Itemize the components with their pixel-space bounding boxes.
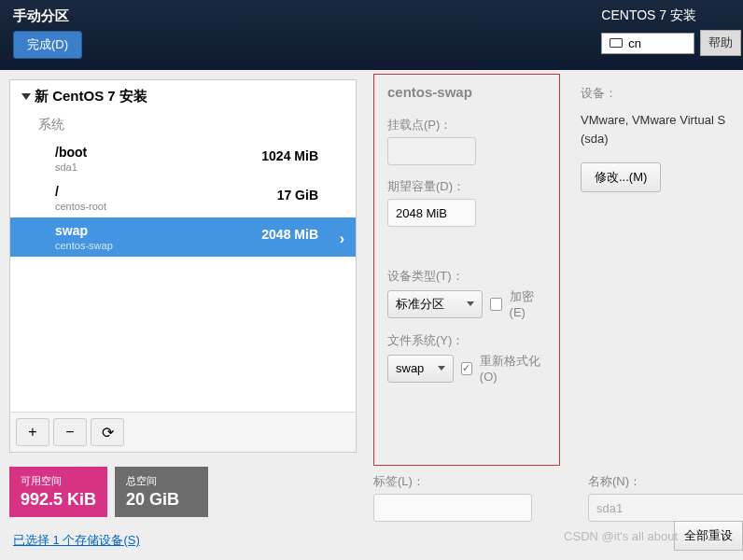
name-label: 名称(N)： xyxy=(588,473,743,490)
devtype-value: 标准分区 xyxy=(396,296,444,313)
fs-label: 文件系统(Y)： xyxy=(387,332,546,349)
capacity-input[interactable] xyxy=(387,199,476,227)
total-space-box: 总空间 20 GiB xyxy=(115,467,208,517)
keyboard-icon xyxy=(610,38,623,48)
reset-all-button[interactable]: 全部重设 xyxy=(674,521,743,551)
partition-size: 1024 MiB xyxy=(261,148,318,163)
expand-icon xyxy=(21,93,31,100)
install-title: CENTOS 7 安装 xyxy=(601,7,743,24)
add-partition-button[interactable]: + xyxy=(16,418,49,446)
encrypt-checkbox[interactable] xyxy=(490,298,502,311)
keyboard-selector[interactable]: cn xyxy=(601,33,694,54)
install-header-label: 新 CentOS 7 安装 xyxy=(35,88,147,105)
done-button[interactable]: 完成(D) xyxy=(13,31,82,59)
space-stats: 可用空间 992.5 KiB 总空间 20 GiB xyxy=(9,467,208,517)
chevron-down-icon xyxy=(467,301,474,306)
reload-button[interactable]: ⟳ xyxy=(91,418,124,446)
detail-title: centos-swap xyxy=(387,84,546,100)
modify-button[interactable]: 修改...(M) xyxy=(581,162,661,192)
devtype-label: 设备类型(T)： xyxy=(387,268,546,285)
partition-row[interactable]: / centos-root 17 GiB xyxy=(10,178,356,217)
partition-toolbar: + − ⟳ xyxy=(10,412,356,452)
avail-label: 可用空间 xyxy=(21,474,96,488)
partition-size: 17 GiB xyxy=(277,188,318,203)
highlighted-settings: centos-swap 挂载点(P)： 期望容量(D)： 设备类型(T)： 标准… xyxy=(373,74,560,466)
device-text-1: VMware, VMware Virtual S xyxy=(581,111,739,130)
available-space-box: 可用空间 992.5 KiB xyxy=(9,467,107,517)
device-text-2: (sda) xyxy=(581,130,739,148)
detail-panel: centos-swap 挂载点(P)： 期望容量(D)： 设备类型(T)： 标准… xyxy=(357,70,743,560)
help-button[interactable]: 帮助 xyxy=(700,30,741,56)
storage-devices-link[interactable]: 已选择 1 个存储设备(S) xyxy=(13,532,140,549)
partition-row[interactable]: swap centos-swap 2048 MiB › xyxy=(10,217,356,257)
chevron-right-icon: › xyxy=(340,231,344,247)
name-input[interactable] xyxy=(588,494,743,522)
devtype-select[interactable]: 标准分区 xyxy=(387,290,483,318)
partition-size: 2048 MiB xyxy=(261,227,318,242)
mount-label: 挂载点(P)： xyxy=(387,117,546,133)
fs-value: swap xyxy=(396,361,424,375)
total-label: 总空间 xyxy=(126,474,197,488)
system-section-label: 系统 xyxy=(10,113,356,139)
partition-row[interactable]: /boot sda1 1024 MiB xyxy=(10,139,356,178)
reformat-checkbox[interactable] xyxy=(461,362,472,375)
mount-input[interactable] xyxy=(387,137,476,165)
device-area: 设备： VMware, VMware Virtual S (sda) 修改...… xyxy=(581,85,739,192)
avail-value: 992.5 KiB xyxy=(21,490,96,510)
tag-label: 标签(L)： xyxy=(373,473,541,490)
tag-input[interactable] xyxy=(373,494,532,522)
bottom-fields: 标签(L)： 名称(N)： xyxy=(373,473,743,522)
encrypt-label: 加密(E) xyxy=(510,288,546,319)
topbar-right: CENTOS 7 安装 cn 帮助 xyxy=(601,7,743,56)
fs-select[interactable]: swap xyxy=(387,355,454,383)
top-bar: 手动分区 完成(D) CENTOS 7 安装 cn 帮助 xyxy=(0,0,743,70)
remove-partition-button[interactable]: − xyxy=(53,418,87,446)
chevron-down-icon xyxy=(438,366,445,371)
reformat-label: 重新格式化(O) xyxy=(480,353,546,384)
lang-code: cn xyxy=(628,36,641,50)
capacity-label: 期望容量(D)： xyxy=(387,178,546,195)
device-label: 设备： xyxy=(581,85,739,102)
install-header[interactable]: 新 CentOS 7 安装 xyxy=(10,80,356,113)
partition-list-panel: 新 CentOS 7 安装 系统 /boot sda1 1024 MiB / c… xyxy=(9,79,357,453)
total-value: 20 GiB xyxy=(126,490,197,510)
